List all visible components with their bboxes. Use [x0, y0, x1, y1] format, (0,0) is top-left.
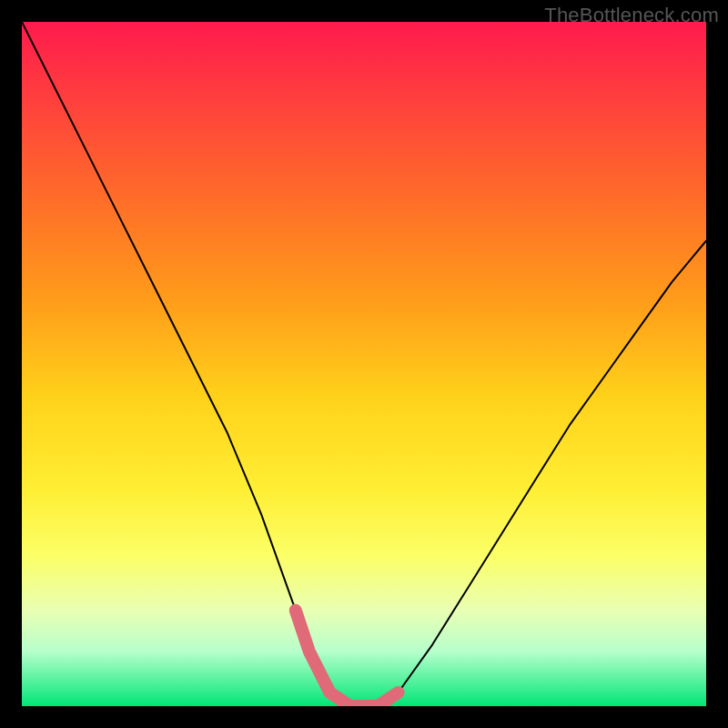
chart-frame: TheBottleneck.com [0, 0, 728, 728]
curve-main-path [22, 22, 706, 706]
curve-highlight-path [296, 611, 399, 706]
bottleneck-curve [22, 22, 706, 706]
watermark-text: TheBottleneck.com [544, 4, 719, 27]
chart-plot-area [22, 22, 706, 706]
